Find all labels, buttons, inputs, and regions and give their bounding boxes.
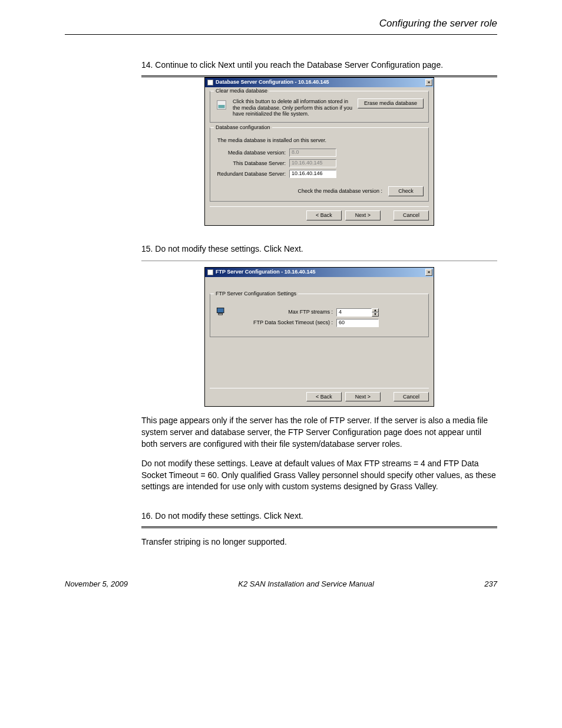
paragraph-striping: Transfer striping is no longer supported… (141, 536, 497, 548)
step-14: 14. Continue to click Next until you rea… (141, 60, 497, 71)
spinner-buttons[interactable]: ▲ ▼ (372, 308, 379, 317)
titlebar: Database Server Configuration - 10.16.40… (205, 78, 434, 87)
max-streams-label: Max FTP streams : (233, 309, 333, 315)
next-button[interactable]: Next > (345, 210, 381, 220)
clear-description: Click this button to delete all informat… (233, 98, 353, 117)
database-config-group: The media database is installed on this … (210, 127, 429, 202)
database-icon (215, 98, 228, 111)
footer-manual: K2 SAN Installation and Service Manual (238, 579, 374, 588)
dialog-title: Database Server Configuration - 10.16.40… (216, 79, 329, 85)
header-rule (65, 34, 497, 35)
page-header-title: Configuring the server role (65, 18, 497, 29)
spin-up-icon[interactable]: ▲ (372, 308, 379, 312)
close-icon[interactable]: × (425, 269, 432, 276)
paragraph-ftp-note: This page appears only if the server has… (141, 415, 497, 450)
step-16: 16. Do not modify these settings. Click … (141, 510, 497, 522)
this-server-label: This Database Server: (215, 160, 286, 167)
divider (141, 526, 497, 528)
timeout-label: FTP Data Socket Timeout (secs) : (233, 319, 333, 326)
redundant-label: Redundant Database Server: (215, 171, 286, 177)
svg-rect-2 (217, 308, 224, 312)
app-icon (207, 269, 213, 275)
redundant-server-field[interactable]: 10.16.40.146 (289, 170, 336, 178)
back-button[interactable]: < Back (306, 392, 342, 402)
back-button[interactable]: < Back (306, 210, 342, 220)
svg-rect-1 (219, 105, 225, 108)
paragraph-defaults: Do not modify these settings. Leave at d… (141, 458, 497, 493)
step-15: 15. Do not modify these settings. Click … (141, 243, 497, 255)
check-button[interactable]: Check (388, 186, 424, 196)
clear-media-group: Click this button to delete all informat… (210, 91, 429, 123)
computer-icon (215, 306, 227, 318)
check-version-label: Check the media database version : (297, 188, 382, 195)
divider (141, 261, 497, 261)
app-icon (207, 80, 213, 85)
dialog-title: FTP Server Configuration - 10.16.40.145 (216, 269, 315, 275)
max-streams-field[interactable]: 4 (336, 308, 372, 317)
footer-page: 237 (484, 579, 497, 588)
this-server-field: 10.16.40.145 (289, 159, 336, 167)
spin-down-icon[interactable]: ▼ (372, 312, 379, 317)
svg-rect-3 (219, 313, 223, 315)
version-field: 8.0 (289, 149, 336, 157)
timeout-field[interactable]: 60 (336, 319, 379, 327)
erase-media-button[interactable]: Erase media database (358, 98, 424, 108)
version-label: Media database version: (215, 150, 286, 156)
ftp-server-config-dialog: FTP Server Configuration - 10.16.40.145 … (204, 267, 434, 407)
footer-date: November 5, 2009 (65, 579, 128, 588)
titlebar: FTP Server Configuration - 10.16.40.145 … (205, 268, 434, 277)
cancel-button[interactable]: Cancel (394, 392, 429, 402)
database-server-config-dialog: Database Server Configuration - 10.16.40… (204, 77, 434, 226)
cancel-button[interactable]: Cancel (394, 210, 429, 220)
ftp-settings-group: Max FTP streams : 4 ▲ ▼ (210, 294, 429, 337)
installed-text: The media database is installed on this … (217, 137, 424, 144)
next-button[interactable]: Next > (345, 392, 381, 402)
close-icon[interactable]: × (425, 79, 432, 86)
